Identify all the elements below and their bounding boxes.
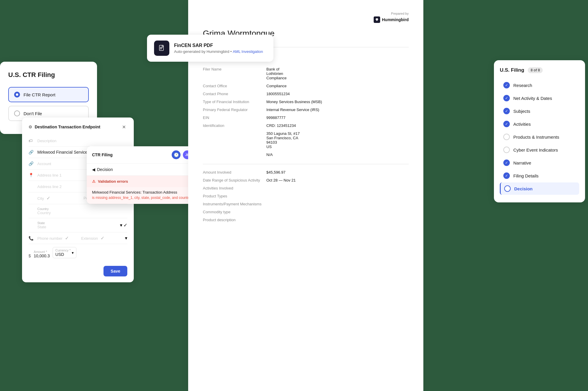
- country-value: Country: [37, 211, 127, 215]
- divider2: [203, 164, 409, 164]
- chevron-down-icon[interactable]: ▾: [120, 222, 122, 228]
- warning-icon: ⚠: [92, 179, 96, 184]
- sidebar-item-net-activity[interactable]: ✓ Net Activity & Dates: [500, 92, 579, 104]
- activities-label: Activities: [513, 122, 531, 127]
- address-line1-placeholder: Address line 1: [37, 173, 61, 177]
- amount-label: Amount *: [34, 250, 50, 254]
- fincen-link[interactable]: AML Investigation: [233, 49, 263, 54]
- research-label: Research: [513, 83, 532, 88]
- clock-icon[interactable]: 🕐: [172, 150, 181, 159]
- dollar-icon: $: [29, 254, 31, 258]
- identification-label: Identification: [203, 123, 262, 128]
- file-ctr-option[interactable]: File CTR Report: [8, 87, 89, 102]
- entity-name: Mirkwood Financial Services: [37, 150, 89, 155]
- net-activity-label: Net Activity & Dates: [513, 96, 552, 101]
- file-ctr-label: File CTR Report: [24, 92, 55, 97]
- circle-icon-decision: [504, 185, 511, 192]
- logo-text: Hummingbird: [382, 17, 409, 22]
- amount-value: 10,000.3: [34, 254, 50, 258]
- fincen-icon: [154, 41, 169, 56]
- date-range-value: Oct 28 — Nov 21: [266, 178, 409, 182]
- contact-phone-value: 18005551234: [266, 92, 409, 96]
- sidebar-item-narrative[interactable]: ✓ Narrative: [500, 157, 579, 169]
- check-icon-ext: ✓: [101, 236, 104, 241]
- ein-label: EIN: [203, 115, 262, 120]
- commodity-value: [266, 210, 409, 214]
- address-line2-placeholder: Address line 2: [37, 184, 61, 189]
- sidebar-item-research[interactable]: ✓ Research: [500, 79, 579, 91]
- dest-card-title: Destination Transaction Endpoint: [35, 125, 100, 129]
- amount-involved-value: $45,596.97: [266, 170, 409, 174]
- product-desc-value: [266, 218, 409, 222]
- check-icon-subjects: ✓: [503, 108, 510, 114]
- check-icon-filing-details: ✓: [503, 172, 510, 179]
- dont-file-label: Don't File: [24, 111, 42, 116]
- prepared-by-label: Prepared by: [203, 12, 409, 15]
- sidebar-item-decision[interactable]: Decision: [500, 182, 579, 195]
- address-label: [203, 131, 262, 149]
- city-placeholder: City: [37, 196, 44, 201]
- country-row: Country Country: [29, 204, 127, 218]
- hummingbird-svg: [375, 18, 379, 22]
- ein-value: 999887777: [266, 115, 409, 120]
- svg-rect-2: [160, 48, 162, 48]
- contact-office-value: Compliance: [266, 84, 409, 88]
- activities-involved-label: Activities Involved: [203, 186, 262, 190]
- dont-file-radio[interactable]: [14, 110, 20, 116]
- state-row: State State ▾ ✓: [29, 218, 127, 232]
- back-arrow-icon[interactable]: ◀: [92, 167, 95, 172]
- hummingbird-logo-icon: [374, 16, 380, 23]
- circle-icon-cyber: [503, 147, 510, 153]
- extension-placeholder: Extension: [81, 236, 98, 241]
- type-fi-value: Money Services Business (MSB): [266, 100, 409, 104]
- file-ctr-radio[interactable]: [14, 92, 20, 98]
- filing-sidebar-title: U.S. Filing: [500, 67, 524, 73]
- location-icon: 📍: [29, 173, 34, 177]
- currency-chevron: ▾: [72, 251, 74, 255]
- filing-badge: 8 of 8: [528, 67, 543, 73]
- dropdown-icon[interactable]: ▾: [125, 235, 127, 241]
- save-button[interactable]: Save: [103, 266, 127, 276]
- sidebar-item-activities[interactable]: ✓ Activities: [500, 118, 579, 130]
- identification-value: CRD: 123451234: [266, 123, 409, 128]
- date-range-label: Date Range of Suspicious Activity: [203, 178, 262, 182]
- na-value: N/A: [266, 152, 409, 157]
- check-icon-phone: ✓: [65, 236, 69, 241]
- filer-name-label: Filer Name: [203, 67, 262, 80]
- save-row: Save: [29, 266, 127, 276]
- settings-icon: ⚙: [29, 125, 32, 129]
- filing-header: U.S. Filing 8 of 8: [500, 67, 579, 73]
- filing-institution-grid: Filer Name Bank ofLothlórienCompliance C…: [203, 67, 409, 157]
- fincen-title: FinCEN SAR PDF: [174, 43, 263, 48]
- product-desc-label: Product description: [203, 218, 262, 222]
- ctr-filing-title: U.S. CTR Filing: [8, 71, 89, 79]
- account-link-icon: 🔗: [29, 161, 34, 166]
- dest-title-row: ⚙ Destination Transaction Endpoint: [29, 125, 100, 129]
- products-label: Products & Instruments: [513, 135, 559, 140]
- blank-label: [203, 152, 262, 157]
- state-value: State: [37, 225, 118, 229]
- fincen-subtitle: Auto-generated by Hummingbird: [174, 49, 229, 54]
- description-row: 🏷 Description: [29, 135, 127, 147]
- fincen-content: FinCEN SAR PDF Auto-generated by Humming…: [174, 43, 263, 54]
- narrative-label: Narrative: [513, 160, 531, 165]
- sidebar-item-cyber[interactable]: Cyber Event Indicators: [500, 144, 579, 156]
- circle-icon-products: [503, 134, 510, 140]
- filing-sidebar: U.S. Filing 8 of 8 ✓ Research ✓ Net Acti…: [494, 60, 585, 202]
- sidebar-item-subjects[interactable]: ✓ Subjects: [500, 105, 579, 117]
- subjects-label: Subjects: [513, 109, 530, 114]
- type-fi-label: Type of Financial Institution: [203, 100, 262, 104]
- close-icon[interactable]: ✕: [120, 123, 127, 130]
- check-icon-city: ✓: [46, 196, 50, 201]
- product-types-label: Product Types: [203, 194, 262, 198]
- svg-rect-3: [160, 49, 162, 49]
- currency-select[interactable]: Currency * USD ▾: [53, 247, 76, 258]
- svg-rect-1: [160, 47, 163, 48]
- account-placeholder: Account: [37, 162, 51, 166]
- commodity-label: Commodity type: [203, 210, 262, 214]
- sidebar-item-filing-details[interactable]: ✓ Filing Details: [500, 170, 579, 182]
- instruments-label: Instruments/Payment Mechanisms: [203, 202, 262, 206]
- check-icon-narrative: ✓: [503, 160, 510, 166]
- fincen-meta: Auto-generated by Hummingbird • AML Inve…: [174, 49, 263, 54]
- sidebar-item-products[interactable]: Products & Instruments: [500, 131, 579, 143]
